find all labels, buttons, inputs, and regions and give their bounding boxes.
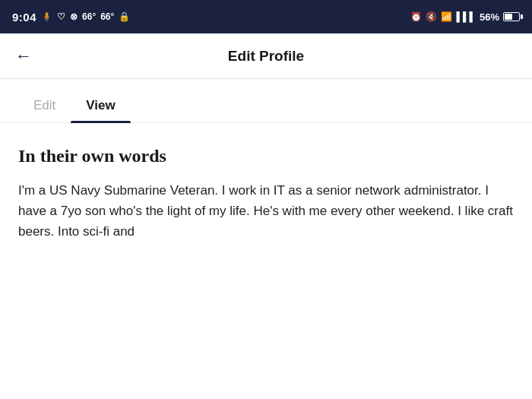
alarm-icon: ⏰ (410, 11, 422, 22)
status-left: 9:04 🧍 ♡ ⊗ 66° 66° 🔒 (12, 11, 130, 24)
back-button[interactable]: ← (15, 46, 32, 66)
wifi-icon: 📶 (441, 11, 452, 22)
status-bar: 9:04 🧍 ♡ ⊗ 66° 66° 🔒 ⏰ 🔇 📶 ▌▌▌ 56% (0, 0, 532, 33)
temp2-label: 66° (100, 11, 114, 22)
signal-icon: ▌▌▌ (456, 11, 476, 22)
lock-icon: 🔒 (119, 11, 130, 22)
status-right: ⏰ 🔇 📶 ▌▌▌ 56% (410, 11, 520, 23)
heart-rate-icon: ♡ (57, 11, 65, 22)
tabs-container: Edit View (0, 79, 532, 123)
person-icon: 🧍 (41, 11, 52, 22)
battery-percent: 56% (480, 11, 499, 23)
section-heading: In their own words (18, 146, 514, 166)
tab-edit[interactable]: Edit (18, 89, 71, 122)
tab-edit-label: Edit (33, 98, 55, 112)
battery-container (503, 12, 520, 21)
battery-fill (505, 14, 512, 20)
status-time: 9:04 (12, 11, 36, 24)
battery-icon (503, 12, 520, 21)
nav-bar: ← Edit Profile (0, 33, 532, 79)
mute-icon: 🔇 (426, 11, 437, 22)
temp1-label: 66° (82, 11, 96, 22)
x-circle-icon: ⊗ (70, 11, 78, 22)
page-title: Edit Profile (228, 48, 304, 65)
tab-view[interactable]: View (71, 89, 130, 122)
tab-view-label: View (86, 98, 115, 112)
bio-text: I'm a US Navy Submarine Veteran. I work … (18, 180, 514, 242)
content-area: In their own words I'm a US Navy Submari… (0, 123, 532, 261)
